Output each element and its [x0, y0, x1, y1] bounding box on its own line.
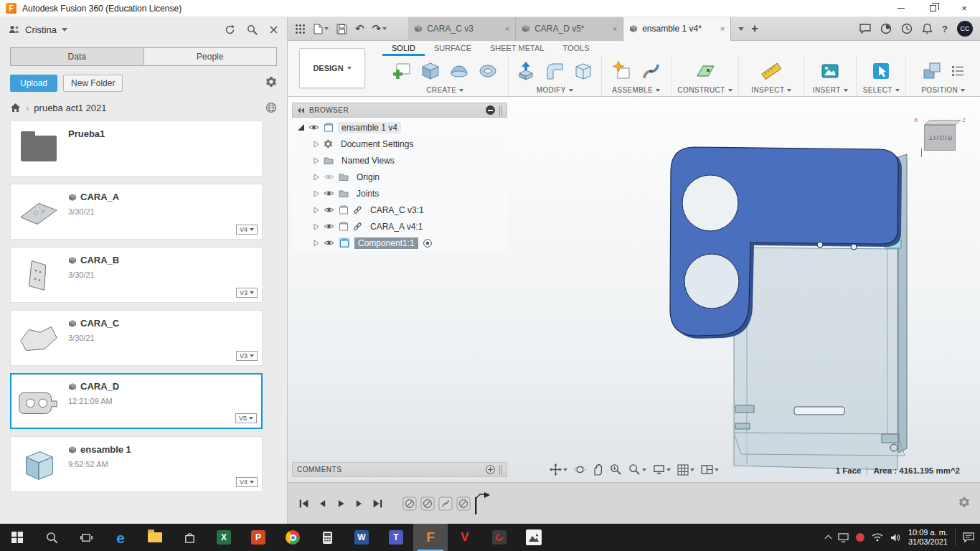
app-excel-icon[interactable]: X	[207, 524, 241, 551]
caret-right-icon[interactable]	[314, 174, 319, 181]
model-tab[interactable]	[735, 423, 750, 429]
view-cube[interactable]: X RIGHT Z	[917, 118, 967, 154]
pan-orbit-button[interactable]	[550, 463, 567, 476]
step-forward-button[interactable]	[353, 497, 364, 510]
upload-button[interactable]: Upload	[10, 75, 57, 92]
visibility-off-eye-icon[interactable]	[324, 173, 334, 181]
version-badge[interactable]: V5	[235, 413, 257, 423]
project-item-prueba1[interactable]: Prueba1	[10, 121, 263, 176]
timeline-feature-sketch[interactable]	[456, 496, 471, 511]
browser-node-component1[interactable]: Component1:1	[292, 235, 507, 251]
app-teams-icon[interactable]: T	[379, 524, 413, 551]
notifications-bell-icon[interactable]	[922, 23, 933, 34]
timeline-feature-sketch[interactable]	[420, 496, 435, 511]
ribbon-group-label-assemble[interactable]: ASSEMBLE	[612, 86, 660, 94]
action-center-icon[interactable]	[963, 532, 974, 543]
hide-all-icon[interactable]	[486, 105, 495, 115]
form-tool[interactable]	[447, 59, 471, 83]
volume-icon[interactable]	[890, 533, 901, 542]
caret-right-icon[interactable]	[314, 141, 319, 148]
version-badge[interactable]: V3	[236, 351, 258, 361]
visibility-eye-icon[interactable]	[324, 189, 334, 197]
search-icon[interactable]	[247, 24, 258, 35]
comments-icon[interactable]	[859, 24, 871, 34]
file-item-ensamble-1[interactable]: ensamble 1 9:52:52 AM V4	[10, 436, 263, 492]
browser-node-joints[interactable]: Joints	[292, 185, 507, 202]
clock-icon[interactable]	[901, 23, 913, 34]
toolbar-options-icon[interactable]	[948, 59, 967, 83]
tray-display-icon[interactable]	[838, 533, 849, 542]
insert-canvas-tool[interactable]	[818, 59, 842, 83]
file-item-cara-a[interactable]: CARA_A 3/30/21 V4	[10, 184, 263, 240]
step-back-button[interactable]	[317, 497, 329, 510]
model-tab[interactable]	[735, 405, 754, 413]
viewports-button[interactable]	[701, 464, 719, 475]
grid-snap-button[interactable]	[677, 464, 694, 476]
model-hole-large[interactable]	[684, 254, 739, 309]
minimize-button[interactable]	[885, 0, 917, 17]
wifi-icon[interactable]	[872, 533, 883, 542]
app-calculator-icon[interactable]	[310, 524, 344, 551]
document-tab-ensamble[interactable]: ensamble 1 v4* ×	[623, 17, 731, 41]
activate-component-radio-icon[interactable]	[423, 238, 433, 248]
ribbon-group-label-select[interactable]: SELECT	[863, 86, 900, 94]
app-file-explorer-icon[interactable]	[138, 524, 172, 551]
app-store-icon[interactable]	[172, 524, 207, 551]
app-word-icon[interactable]: W	[344, 524, 379, 551]
collapse-panel-icon[interactable]	[297, 107, 305, 114]
ribbon-group-label-modify[interactable]: MODIFY	[537, 86, 573, 94]
ribbon-group-label-create[interactable]: CREATE	[426, 86, 463, 94]
joint-tool[interactable]	[639, 59, 663, 83]
timeline-feature-joint[interactable]	[438, 496, 453, 511]
close-tab-icon[interactable]: ×	[613, 24, 617, 33]
tab-people[interactable]: People	[143, 48, 277, 65]
file-item-cara-d[interactable]: CARA_D 12:21:09 AM V5	[10, 373, 263, 429]
app-edge-icon[interactable]: e	[103, 524, 138, 551]
model-floor-panel[interactable]	[734, 433, 905, 456]
version-badge[interactable]: V4	[236, 225, 258, 235]
add-comment-icon[interactable]	[486, 465, 495, 474]
tab-list-caret-icon[interactable]	[738, 27, 744, 31]
timeline-feature-sketch[interactable]	[402, 496, 417, 511]
ribbon-group-label-inspect[interactable]: INSPECT	[751, 86, 791, 94]
version-badge[interactable]: V3	[236, 288, 258, 298]
app-chrome-icon[interactable]	[275, 524, 310, 551]
undo-button[interactable]: ↶	[355, 22, 364, 35]
capture-position-tool[interactable]	[920, 59, 944, 83]
close-tab-icon[interactable]: ×	[505, 24, 509, 33]
ribbon-group-label-insert[interactable]: INSERT	[813, 86, 848, 94]
coil-tool[interactable]	[476, 59, 500, 83]
shell-tool[interactable]	[571, 59, 595, 83]
extrude-tool[interactable]	[418, 59, 443, 83]
pan-hand-button[interactable]	[593, 463, 603, 476]
ribbon-group-label-position[interactable]: POSITION	[921, 86, 965, 94]
ribbon-tab-solid[interactable]: SOLID	[382, 41, 425, 56]
app-red-v-icon[interactable]: V	[448, 524, 482, 551]
redo-button[interactable]: ↷	[372, 22, 387, 35]
new-document-button[interactable]: +	[751, 22, 758, 35]
breadcrumb-folder[interactable]: prueba act1 2021	[34, 103, 106, 113]
create-sketch-tool[interactable]	[390, 59, 414, 83]
user-avatar[interactable]: CC	[957, 21, 973, 37]
model-tab[interactable]	[882, 434, 899, 443]
restore-button[interactable]	[917, 0, 948, 17]
comments-header[interactable]: COMMENTS	[292, 462, 507, 477]
new-component-tool[interactable]	[610, 59, 634, 83]
visibility-eye-icon[interactable]	[324, 239, 334, 247]
help-icon[interactable]: ?	[942, 24, 948, 34]
task-view-button[interactable]	[69, 524, 103, 551]
globe-icon[interactable]	[265, 102, 277, 113]
view-cube-top-face[interactable]	[924, 120, 961, 125]
hidden-icons-caret-icon[interactable]	[824, 535, 831, 542]
new-folder-button[interactable]: New Folder	[63, 75, 123, 92]
construction-plane-tool[interactable]	[693, 59, 717, 83]
browser-node-cara-a[interactable]: CARA_A v4:1	[292, 218, 507, 235]
browser-node-origin[interactable]: Origin	[292, 169, 507, 185]
job-status-icon[interactable]	[880, 23, 892, 34]
app-grid-icon[interactable]	[295, 24, 306, 34]
ribbon-group-label-construct[interactable]: CONSTRUCT	[677, 86, 732, 94]
caret-right-icon[interactable]	[314, 190, 319, 197]
browser-node-cara-c[interactable]: CARA_C v3:1	[292, 202, 507, 218]
user-menu[interactable]: Cristina	[25, 24, 57, 35]
browser-node-document-settings[interactable]: Document Settings	[292, 136, 507, 152]
